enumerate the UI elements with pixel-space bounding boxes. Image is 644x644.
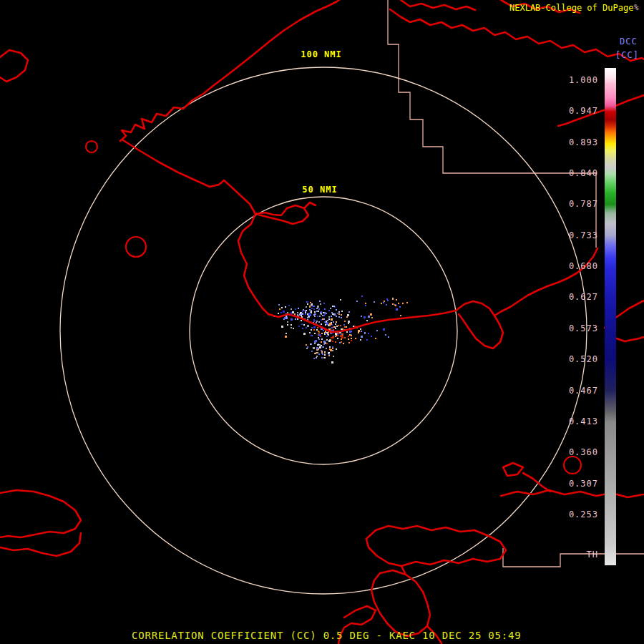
colorbar-tick-label: 0.467	[569, 386, 598, 396]
colorbar-tick-label: 0.787	[569, 200, 598, 209]
radar-display: 100 NMI 50 NMI 1.0000.9470.8930.8400.787…	[0, 0, 644, 644]
colorbar-tick-label: 0.360	[569, 448, 598, 457]
colorbar-tick-label: 0.413	[569, 417, 598, 426]
colorbar-tick-label: 0.947	[569, 107, 598, 116]
colorbar-tick-label: 0.573	[569, 324, 598, 333]
colorbar-tick-label: 0.840	[569, 169, 598, 178]
colorbar-tick-label: 0.253	[569, 510, 598, 519]
colorbar-tick-label: 0.893	[569, 138, 598, 147]
colorbar-tick-label: 0.733	[569, 231, 598, 240]
page-title: NEXLAB-College of DuPage	[509, 3, 633, 13]
colorbar-tick-label: 0.627	[569, 293, 598, 302]
title-glyph: %	[634, 3, 639, 12]
colorbar-tick-label: 0.520	[569, 355, 598, 364]
colorbar-ticks: 1.0000.9470.8930.8400.7870.7330.6800.627…	[0, 0, 644, 644]
status-text: CORRELATION COEFFICIENT (CC) 0.5 DEG - K…	[132, 630, 522, 641]
colorbar-tick-label: TH	[587, 550, 598, 560]
colorbar-tick-label: 1.000	[569, 76, 598, 85]
colorbar-tick-label: 0.680	[569, 262, 598, 271]
colorbar-tick-label: 0.307	[569, 479, 598, 489]
product-code-label: DCC	[620, 36, 638, 47]
product-unit-label: [CC]	[615, 50, 639, 60]
